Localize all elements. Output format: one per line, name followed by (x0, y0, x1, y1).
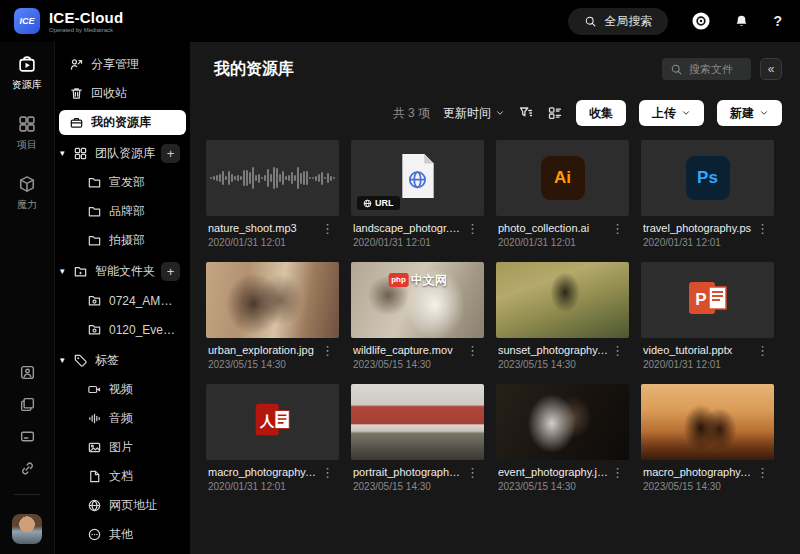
sidebar-item-share-manage[interactable]: 分享管理 (59, 52, 186, 77)
file-thumbnail[interactable] (206, 140, 339, 216)
file-thumbnail[interactable] (496, 262, 629, 338)
collapse-panel-button[interactable]: « (760, 58, 782, 80)
file-thumbnail[interactable]: P (641, 262, 774, 338)
sidebar-item-my-library[interactable]: 我的资源库 (59, 110, 186, 135)
file-thumbnail[interactable]: php中文网 (351, 262, 484, 338)
file-card[interactable]: 人 macro_photography.pdf 2020/01/31 12:01… (206, 384, 339, 496)
file-thumbnail[interactable]: Ai (496, 140, 629, 216)
sidebar-item-smart-0120[interactable]: 0120_Event_SON... (59, 317, 186, 342)
doc-icon (87, 469, 102, 484)
file-grid: nature_shoot.mp3 2020/01/31 12:01 ⋮ URL … (190, 138, 800, 554)
support-icon[interactable] (692, 12, 710, 30)
app-body: 资源库项目魔力 分享管理回收站我的资源库▾团队资源库+宣发部品牌部拍摄部▾智能文… (0, 42, 800, 554)
file-name: sunset_photography.ps (498, 344, 608, 356)
file-card[interactable]: macro_photography.mov 2023/05/15 14:30 ⋮ (641, 384, 774, 496)
add-button[interactable]: + (161, 262, 180, 281)
file-card[interactable]: P video_tutorial.pptx 2020/01/31 12:01 ⋮ (641, 262, 774, 374)
file-name: macro_photography.mov (643, 466, 753, 478)
sort-dropdown[interactable]: 更新时间 (443, 105, 505, 122)
sidebar-item-smart-0724[interactable]: 0724_AMR_ONE (59, 288, 186, 313)
file-menu-button[interactable]: ⋮ (608, 466, 627, 479)
rail-item-library[interactable]: 资源库 (12, 54, 42, 92)
notification-bell-icon[interactable] (734, 14, 749, 29)
sidebar-item-tag-web[interactable]: 网页地址 (59, 493, 186, 518)
file-card[interactable]: php中文网 wildlife_capture.mov 2023/05/15 1… (351, 262, 484, 374)
rail-item-projects[interactable]: 项目 (17, 114, 37, 152)
file-menu-button[interactable]: ⋮ (463, 222, 482, 235)
upload-button[interactable]: 上传 (639, 100, 704, 126)
file-thumbnail[interactable]: Ps (641, 140, 774, 216)
file-thumbnail[interactable]: 人 (206, 384, 339, 460)
file-card[interactable]: Ps travel_photography.ps 2020/01/31 12:0… (641, 140, 774, 252)
svg-text:人: 人 (259, 413, 275, 429)
file-menu-button[interactable]: ⋮ (608, 344, 627, 357)
rail-divider (14, 494, 40, 495)
sidebar-item-tags[interactable]: ▾标签 (59, 348, 186, 373)
filter-icon[interactable] (518, 105, 534, 121)
help-icon[interactable]: ? (773, 13, 782, 29)
contacts-icon[interactable] (19, 364, 36, 381)
sidebar-item-tag-audio[interactable]: 音频 (59, 406, 186, 431)
file-card[interactable]: urban_exploration.jpg 2023/05/15 14:30 ⋮ (206, 262, 339, 374)
file-menu-button[interactable]: ⋮ (318, 222, 337, 235)
file-card[interactable]: sunset_photography.ps 2023/05/15 14:30 ⋮ (496, 262, 629, 374)
file-thumbnail[interactable] (351, 384, 484, 460)
file-card[interactable]: URL landscape_photogr... .url 2020/01/31… (351, 140, 484, 252)
url-badge-label: URL (375, 198, 394, 208)
sidebar-item-tag-image[interactable]: 图片 (59, 435, 186, 460)
chevron-down-icon (495, 108, 505, 118)
sidebar-item-folder-pinpai[interactable]: 品牌部 (59, 199, 186, 224)
file-search-input[interactable] (689, 63, 743, 75)
chevron-down-icon (759, 108, 769, 118)
file-menu-button[interactable]: ⋮ (463, 344, 482, 357)
caret-down-icon[interactable]: ▾ (60, 148, 65, 158)
add-button[interactable]: + (161, 144, 180, 163)
file-menu-button[interactable]: ⋮ (608, 222, 627, 235)
file-search[interactable] (662, 58, 751, 80)
caret-down-icon[interactable]: ▾ (60, 266, 65, 276)
file-menu-button[interactable]: ⋮ (318, 466, 337, 479)
file-card[interactable]: portrait_photography.jpg 2023/05/15 14:3… (351, 384, 484, 496)
file-menu-button[interactable]: ⋮ (463, 466, 482, 479)
file-thumbnail[interactable] (206, 262, 339, 338)
app-window: ICE ICE-Cloud Operated by Mediatrack 全局搜… (0, 0, 800, 554)
sidebar-item-tag-video[interactable]: 视频 (59, 377, 186, 402)
rail-item-label: 魔力 (17, 198, 37, 212)
sidebar-item-label: 网页地址 (109, 497, 157, 514)
global-search-label: 全局搜索 (604, 13, 652, 30)
file-menu-button[interactable]: ⋮ (753, 466, 772, 479)
sidebar-item-folder-paishe[interactable]: 拍摄部 (59, 228, 186, 253)
file-menu-button[interactable]: ⋮ (318, 344, 337, 357)
file-thumbnail[interactable] (496, 384, 629, 460)
grid-icon (73, 146, 88, 161)
windows-icon[interactable] (19, 396, 36, 413)
sidebar-item-folder-xuanfa[interactable]: 宣发部 (59, 170, 186, 195)
view-toggle-icon[interactable] (547, 105, 563, 121)
sidebar-item-label: 团队资源库 (95, 145, 155, 162)
card-icon[interactable] (19, 428, 36, 445)
file-menu-button[interactable]: ⋮ (753, 344, 772, 357)
file-card[interactable]: event_photography.jpg 2023/05/15 14:30 ⋮ (496, 384, 629, 496)
sidebar-item-recycle-bin[interactable]: 回收站 (59, 81, 186, 106)
create-button-label: 新建 (730, 105, 754, 122)
sidebar-item-label: 其他 (109, 526, 133, 543)
file-meta: event_photography.jpg 2023/05/15 14:30 ⋮ (496, 460, 629, 496)
file-thumbnail[interactable]: URL (351, 140, 484, 216)
file-menu-button[interactable]: ⋮ (753, 222, 772, 235)
create-button[interactable]: 新建 (717, 100, 782, 126)
collect-button[interactable]: 收集 (576, 100, 626, 126)
file-card[interactable]: Ai photo_collection.ai 2020/01/31 12:01 … (496, 140, 629, 252)
sidebar-item-tag-other[interactable]: 其他 (59, 522, 186, 547)
link-icon[interactable] (19, 460, 36, 477)
global-search-button[interactable]: 全局搜索 (568, 8, 668, 35)
user-avatar[interactable] (12, 514, 42, 544)
sidebar-item-team-library[interactable]: ▾团队资源库+ (59, 141, 186, 166)
file-thumbnail[interactable] (641, 384, 774, 460)
caret-down-icon[interactable]: ▾ (60, 355, 65, 365)
sidebar-item-smart-folders[interactable]: ▾智能文件夹+ (59, 259, 186, 284)
file-card[interactable]: nature_shoot.mp3 2020/01/31 12:01 ⋮ (206, 140, 339, 252)
rail-item-magic[interactable]: 魔力 (17, 174, 37, 212)
file-meta: photo_collection.ai 2020/01/31 12:01 ⋮ (496, 216, 629, 252)
pdf-icon: 人 (251, 398, 295, 446)
sidebar-item-tag-doc[interactable]: 文档 (59, 464, 186, 489)
